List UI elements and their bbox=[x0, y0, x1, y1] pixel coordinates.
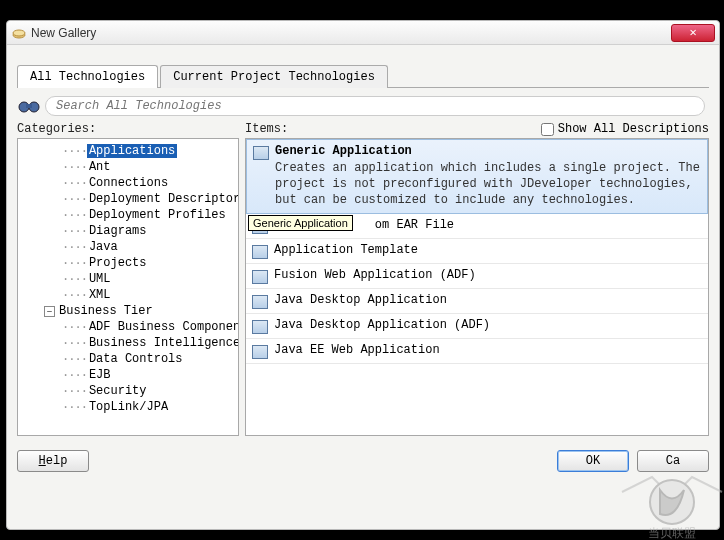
item-java-desktop[interactable]: Java Desktop Application bbox=[246, 289, 708, 314]
application-icon bbox=[252, 270, 268, 284]
item-fusion-web-adf[interactable]: Fusion Web Application (ADF) bbox=[246, 264, 708, 289]
svg-rect-4 bbox=[26, 104, 32, 108]
tree-item-adf-business[interactable]: ····ADF Business Components bbox=[18, 319, 238, 335]
tree-item-java[interactable]: ····Java bbox=[18, 239, 238, 255]
button-bar: Help OK Ca bbox=[7, 444, 719, 474]
tree-item-xml[interactable]: ····XML bbox=[18, 287, 238, 303]
tree-item-business-intel[interactable]: ····Business Intelligence bbox=[18, 335, 238, 351]
show-all-descriptions[interactable]: Show All Descriptions bbox=[541, 122, 709, 136]
show-all-checkbox[interactable] bbox=[541, 123, 554, 136]
content-area: All Technologies Current Project Technol… bbox=[7, 45, 719, 444]
ok-button[interactable]: OK bbox=[557, 450, 629, 472]
tree-item-applications[interactable]: ····Applications bbox=[18, 143, 238, 159]
cancel-button[interactable]: Ca bbox=[637, 450, 709, 472]
minus-icon[interactable]: − bbox=[44, 306, 55, 317]
tree-group-business-tier[interactable]: −Business Tier bbox=[18, 303, 238, 319]
window-title: New Gallery bbox=[31, 26, 671, 40]
tree-item-toplink[interactable]: ····TopLink/JPA bbox=[18, 399, 238, 415]
tree-item-deploy-descriptors[interactable]: ····Deployment Descriptors bbox=[18, 191, 238, 207]
tooltip: Generic Application bbox=[248, 215, 353, 231]
panels: Categories: ····Applications ····Ant ···… bbox=[17, 122, 709, 436]
item-java-desktop-adf[interactable]: Java Desktop Application (ADF) bbox=[246, 314, 708, 339]
application-icon bbox=[253, 146, 269, 160]
categories-label: Categories: bbox=[17, 122, 96, 136]
search-input[interactable] bbox=[45, 96, 705, 116]
help-button[interactable]: Help bbox=[17, 450, 89, 472]
items-list[interactable]: Generic Application Creates an applicati… bbox=[245, 138, 709, 436]
application-icon bbox=[252, 295, 268, 309]
close-icon: ✕ bbox=[689, 25, 696, 40]
tree-item-connections[interactable]: ····Connections bbox=[18, 175, 238, 191]
categories-panel: Categories: ····Applications ····Ant ···… bbox=[17, 122, 239, 436]
item-title: Generic Application bbox=[275, 144, 701, 158]
categories-tree[interactable]: ····Applications ····Ant ····Connections… bbox=[17, 138, 239, 436]
tree-item-data-controls[interactable]: ····Data Controls bbox=[18, 351, 238, 367]
show-all-label: Show All Descriptions bbox=[558, 122, 709, 136]
tree-item-projects[interactable]: ····Projects bbox=[18, 255, 238, 271]
application-icon bbox=[252, 345, 268, 359]
items-panel: Items: Show All Descriptions Generic App… bbox=[245, 122, 709, 436]
titlebar[interactable]: New Gallery ✕ bbox=[7, 21, 719, 45]
close-button[interactable]: ✕ bbox=[671, 24, 715, 42]
tab-current-project[interactable]: Current Project Technologies bbox=[160, 65, 388, 88]
tree-item-security[interactable]: ····Security bbox=[18, 383, 238, 399]
item-description: Creates an application which includes a … bbox=[275, 160, 701, 209]
gallery-icon bbox=[11, 25, 27, 41]
items-label: Items: bbox=[245, 122, 288, 136]
application-icon bbox=[252, 320, 268, 334]
tree-item-ejb[interactable]: ····EJB bbox=[18, 367, 238, 383]
tab-strip: All Technologies Current Project Technol… bbox=[17, 65, 709, 88]
tree-item-deploy-profiles[interactable]: ····Deployment Profiles bbox=[18, 207, 238, 223]
item-generic-application[interactable]: Generic Application Creates an applicati… bbox=[246, 139, 708, 214]
svg-point-1 bbox=[13, 30, 25, 36]
item-ear-file[interactable]: Application from EAR File Generic Applic… bbox=[246, 214, 708, 239]
tree-item-ant[interactable]: ····Ant bbox=[18, 159, 238, 175]
tree-item-uml[interactable]: ····UML bbox=[18, 271, 238, 287]
application-icon bbox=[252, 245, 268, 259]
new-gallery-window: New Gallery ✕ All Technologies Current P… bbox=[6, 20, 720, 530]
tree-item-diagrams[interactable]: ····Diagrams bbox=[18, 223, 238, 239]
tab-all-technologies[interactable]: All Technologies bbox=[17, 65, 158, 88]
item-java-ee-web[interactable]: Java EE Web Application bbox=[246, 339, 708, 364]
search-row bbox=[17, 96, 709, 116]
binoculars-icon bbox=[17, 96, 41, 116]
item-application-template[interactable]: Application Template bbox=[246, 239, 708, 264]
